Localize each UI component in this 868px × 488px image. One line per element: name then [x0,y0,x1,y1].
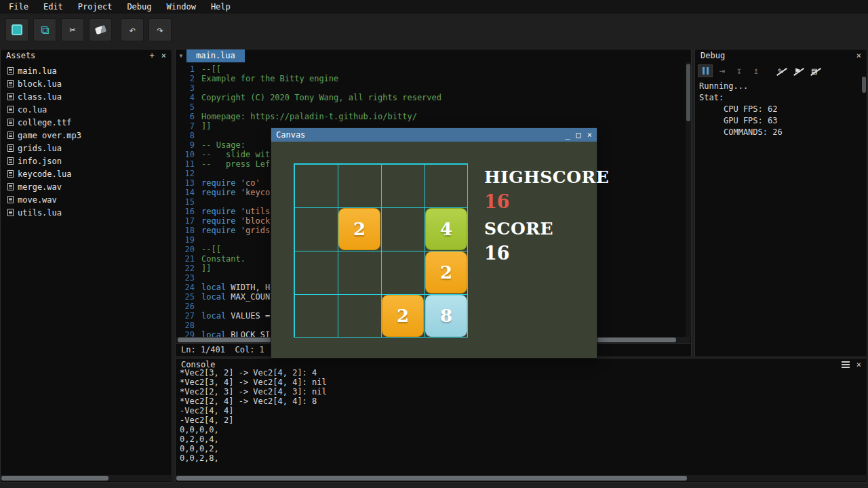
line-number: 16 [176,207,195,216]
asset-item[interactable]: game over.mp3 [1,129,172,142]
menu-item-window[interactable]: Window [159,0,203,14]
debug-panel: Debug × ⇥ ↧ ↥ ✎ ⚑ ▤ Running... Stat: CPU… [694,49,867,357]
asset-item[interactable]: move.wav [1,193,172,206]
code-token: 'utils [241,207,270,216]
editor-vscrollbar [686,62,691,337]
asset-label: class.lua [18,92,62,102]
debug-title: Debug [701,51,725,60]
pause-button[interactable] [698,64,713,77]
console-line: *Vec2[2, 4] -> Vec2[4, 4]: 8 [180,396,863,406]
file-icon [7,170,14,178]
line-number: 21 [176,254,195,264]
code-token: -- slide wit [201,150,270,159]
asset-label: info.json [18,157,62,166]
console-panel: Console × *Vec2[3, 2] -> Vec2[4, 2]: 4*V… [175,358,867,483]
highscore-label: HIGHSCORE [484,167,609,187]
add-asset-icon[interactable]: + [150,49,155,62]
line-number: 27 [176,311,195,321]
asset-item[interactable]: co.lua [1,103,172,116]
debug-vscroll-thumb[interactable] [862,77,866,93]
run-button[interactable] [5,18,28,41]
code-token: --[[ [201,245,221,254]
canvas-titlebar[interactable]: Canvas _ □ × [271,128,597,142]
line-number: 22 [176,264,195,273]
code-line: 4Copyright (C) 2020 Tony Wang, all right… [176,93,691,102]
toggle-breakpoint-button[interactable]: ✎ [773,64,788,77]
maximize-icon[interactable]: □ [576,128,581,142]
redo-icon: ↷ [157,24,163,36]
game-tile: 4 [425,208,467,250]
game-tile: 2 [382,295,424,337]
code-token: local [201,283,231,292]
console-hscroll-thumb[interactable] [176,476,687,481]
menu-bar: FileEditProjectDebugWindowHelp [0,0,868,14]
menu-item-file[interactable]: File [1,0,36,14]
clear-breakpoints-button[interactable]: ▤ [807,64,822,77]
console-hscrollbar [176,475,866,481]
close-debug-icon[interactable]: × [856,49,861,62]
console-menu-icon[interactable] [842,361,850,368]
asset-item[interactable]: block.lua [1,77,172,90]
asset-item[interactable]: main.lua [1,64,172,77]
tab-list-dropdown-icon[interactable]: ▼ [176,53,186,59]
debug-toolbar: ⇥ ↧ ↥ ✎ ⚑ ▤ [695,62,867,79]
code-token: require [201,226,241,235]
debug-status: Running... [699,81,863,92]
copy-button[interactable]: ⧉ [33,18,56,41]
line-number: 17 [176,216,195,226]
canvas-title: Canvas [276,130,305,140]
line-number: 11 [176,159,195,169]
asset-item[interactable]: college.ttf [1,116,172,129]
cut-icon: ✂ [69,25,75,35]
line-number: 1 [176,64,195,74]
step-over-icon: ⇥ [719,66,725,75]
asset-item[interactable]: info.json [1,155,172,167]
game-canvas[interactable]: 24228 HIGHSCORE 16 SCORE 16 [271,142,597,358]
debug-stat: COMMANDS: 26 [699,127,863,138]
code-token: BLOCK_SI [231,330,270,337]
minimize-icon[interactable]: _ [565,128,570,142]
code-token: require [201,216,241,226]
score-panel: HIGHSCORE 16 SCORE 16 [484,167,609,264]
line-number: 20 [176,245,195,254]
asset-item[interactable]: keycode.lua [1,167,172,180]
menu-item-edit[interactable]: Edit [36,0,71,14]
code-token: 'co' [241,178,260,188]
asset-item[interactable]: grids.lua [1,142,172,155]
close-assets-icon[interactable]: × [161,49,166,62]
close-canvas-icon[interactable]: × [587,128,592,142]
console-line: 0,0,0,2, [180,444,863,453]
undo-button[interactable]: ↶ [121,18,144,41]
step-over-button[interactable]: ⇥ [715,64,730,77]
file-icon [7,196,14,203]
cut-button[interactable]: ✂ [61,18,84,41]
file-icon [7,157,14,165]
asset-item[interactable]: utils.lua [1,206,172,219]
menu-item-help[interactable]: Help [203,0,238,14]
disable-breakpoints-button[interactable]: ⚑ [790,64,805,77]
line-number: 18 [176,226,195,235]
asset-label: main.lua [18,66,57,76]
code-token: MAX_COUNT [231,292,275,302]
code-line: 3 [176,83,691,93]
eraser-button[interactable] [89,18,112,41]
tab-main-lua[interactable]: main.lua [186,49,245,62]
toolbar: ⧉✂↶↷ [0,14,868,46]
highscore-value: 16 [484,191,609,212]
menu-item-debug[interactable]: Debug [119,0,159,14]
editor-vscroll-thumb[interactable] [686,64,690,121]
disable-breakpoints-icon: ⚑ [795,66,800,75]
asset-item[interactable]: class.lua [1,90,172,103]
menu-item-project[interactable]: Project [71,0,120,14]
step-into-button[interactable]: ↧ [732,64,747,77]
debug-stat: CPU FPS: 62 [699,104,863,115]
redo-button[interactable]: ↷ [149,18,172,41]
asset-item[interactable]: merge.wav [1,180,172,193]
code-token: Example for the Bitty engine [201,74,338,83]
toggle-breakpoint-icon: ✎ [778,66,783,75]
assets-hscroll-thumb[interactable] [1,476,108,481]
step-out-button[interactable]: ↥ [749,64,764,77]
code-token: -- press Lef [201,159,270,169]
code-token: ]] [201,264,211,273]
file-icon [7,80,14,87]
